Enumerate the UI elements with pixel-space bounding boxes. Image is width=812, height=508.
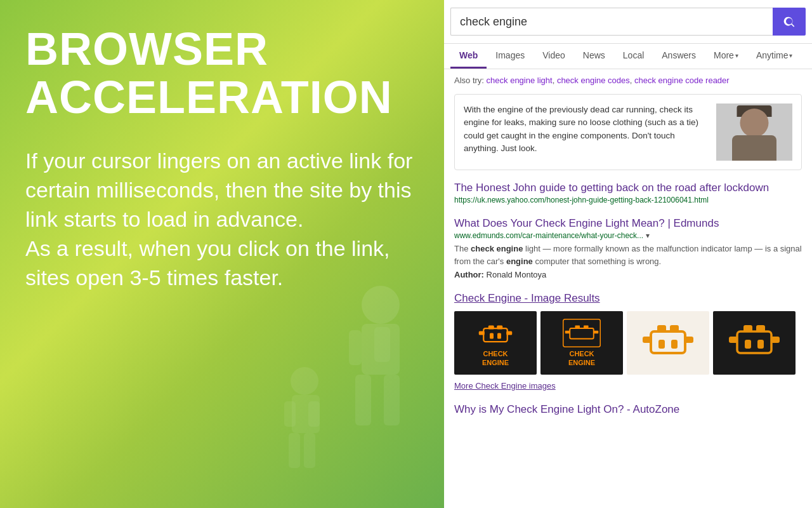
svg-rect-13 xyxy=(479,331,485,335)
results-area: Also try: check engine light, check engi… xyxy=(444,69,812,508)
result-2-title[interactable]: What Does Your Check Engine Light Mean? … xyxy=(454,217,802,230)
svg-rect-23 xyxy=(575,326,580,329)
image-thumb-3[interactable] xyxy=(627,311,709,375)
tab-news[interactable]: News xyxy=(574,44,614,69)
svg-rect-20 xyxy=(570,328,594,339)
decoration-figures xyxy=(254,254,444,508)
svg-rect-11 xyxy=(304,433,315,468)
svg-rect-38 xyxy=(757,340,764,349)
person-head xyxy=(740,109,769,137)
svg-rect-17 xyxy=(490,333,494,339)
engine-svg-4 xyxy=(726,318,783,368)
tab-anytime[interactable]: Anytime ▾ xyxy=(747,44,802,69)
svg-rect-28 xyxy=(657,325,666,332)
person-body xyxy=(732,135,776,161)
svg-point-6 xyxy=(291,367,318,395)
svg-rect-2 xyxy=(355,375,371,425)
svg-rect-21 xyxy=(565,331,570,334)
svg-rect-5 xyxy=(374,327,390,362)
svg-rect-31 xyxy=(671,340,678,349)
svg-rect-37 xyxy=(745,340,751,349)
svg-rect-34 xyxy=(771,337,780,343)
chevron-down-icon: ▾ xyxy=(735,52,738,59)
chevron-down-icon-2: ▾ xyxy=(789,52,792,59)
engine-svg-1 xyxy=(476,319,514,347)
right-panel: check engine Web Images Video News Local… xyxy=(444,0,812,508)
hero-title: BROWSER ACCELERATION xyxy=(25,25,419,121)
svg-rect-32 xyxy=(737,331,771,353)
left-panel: BROWSER ACCELERATION If your cursor ling… xyxy=(0,0,444,508)
tab-more-label: More xyxy=(714,50,734,60)
tab-answers[interactable]: Answers xyxy=(653,44,705,69)
svg-rect-16 xyxy=(497,326,502,330)
check-engine-icon-2: CHECKENGINE xyxy=(563,319,601,366)
svg-rect-25 xyxy=(651,331,685,353)
svg-rect-35 xyxy=(743,325,752,332)
check-engine-icon-3 xyxy=(639,318,697,368)
also-try-link-2[interactable]: check engine codes xyxy=(557,76,630,85)
result-3-title[interactable]: Why is My Check Engine Light On? - AutoZ… xyxy=(454,403,802,416)
also-try: Also try: check engine light, check engi… xyxy=(454,76,802,85)
svg-rect-12 xyxy=(483,328,508,342)
search-bar: check engine xyxy=(444,0,812,44)
search-result-2: What Does Your Check Engine Light Mean? … xyxy=(454,217,802,279)
snippet-image xyxy=(716,104,792,161)
tab-video[interactable]: Video xyxy=(534,44,574,69)
also-try-label: Also try: xyxy=(454,76,487,85)
result-2-author: Author: Ronald Montoya xyxy=(454,270,802,279)
tab-web[interactable]: Web xyxy=(450,44,487,69)
svg-rect-26 xyxy=(643,337,652,343)
svg-rect-4 xyxy=(349,330,362,365)
image-thumb-1[interactable]: CHECKENGINE xyxy=(454,311,537,375)
also-try-link-1[interactable]: check engine light xyxy=(487,76,553,85)
svg-rect-30 xyxy=(658,340,665,349)
check-engine-icon-4 xyxy=(726,318,783,368)
result-2-url: www.edmunds.com/car-maintenance/what-you… xyxy=(454,231,802,240)
svg-rect-29 xyxy=(670,325,679,332)
search-icon xyxy=(782,15,796,29)
check-engine-label-1: CHECKENGINE xyxy=(482,350,509,366)
nav-tabs: Web Images Video News Local Answers More… xyxy=(444,44,812,69)
tab-more[interactable]: More ▾ xyxy=(705,44,747,69)
svg-rect-33 xyxy=(729,337,738,343)
result-1-title[interactable]: The Honest John guide to getting back on… xyxy=(454,182,802,194)
expand-icon[interactable]: ▾ xyxy=(646,231,650,240)
search-button[interactable] xyxy=(773,8,806,36)
search-result-1: The Honest John guide to getting back on… xyxy=(454,182,802,204)
check-engine-icon-1: CHECKENGINE xyxy=(476,319,514,366)
svg-rect-18 xyxy=(497,333,501,339)
result-2-snippet: The check engine light — more formally k… xyxy=(454,243,802,267)
also-try-link-3[interactable]: check engine code reader xyxy=(634,76,730,85)
svg-rect-15 xyxy=(488,326,494,330)
image-grid: CHECKENGINE CHECKENGIN xyxy=(454,311,802,375)
snippet-text: With the engine of the previously dead c… xyxy=(464,104,707,161)
search-result-3: Why is My Check Engine Light On? - AutoZ… xyxy=(454,403,802,416)
engine-svg-3 xyxy=(639,318,697,368)
image-thumb-4[interactable] xyxy=(713,311,796,375)
engine-svg-2 xyxy=(563,319,601,347)
svg-rect-3 xyxy=(384,375,400,425)
svg-rect-10 xyxy=(289,433,300,468)
tab-anytime-label: Anytime xyxy=(756,50,789,60)
svg-rect-27 xyxy=(684,337,693,343)
svg-point-0 xyxy=(362,286,400,324)
result-1-url: https://uk.news.yahoo.com/honest-john-gu… xyxy=(454,196,802,204)
tab-local[interactable]: Local xyxy=(614,44,653,69)
search-input[interactable]: check engine xyxy=(450,8,773,36)
svg-rect-36 xyxy=(756,325,765,332)
more-images-link[interactable]: More Check Engine images xyxy=(454,381,802,391)
image-results-section: Check Engine - Image Results xyxy=(454,292,802,391)
svg-rect-14 xyxy=(506,331,512,335)
image-results-header[interactable]: Check Engine - Image Results xyxy=(454,292,802,305)
svg-rect-22 xyxy=(594,331,599,334)
svg-rect-24 xyxy=(584,326,589,329)
check-engine-label-2: CHECKENGINE xyxy=(568,350,595,366)
tab-images[interactable]: Images xyxy=(487,44,534,69)
svg-rect-9 xyxy=(308,401,320,427)
svg-rect-8 xyxy=(284,401,296,427)
image-thumb-2[interactable]: CHECKENGINE xyxy=(540,311,623,375)
featured-snippet: With the engine of the previously dead c… xyxy=(454,94,802,170)
